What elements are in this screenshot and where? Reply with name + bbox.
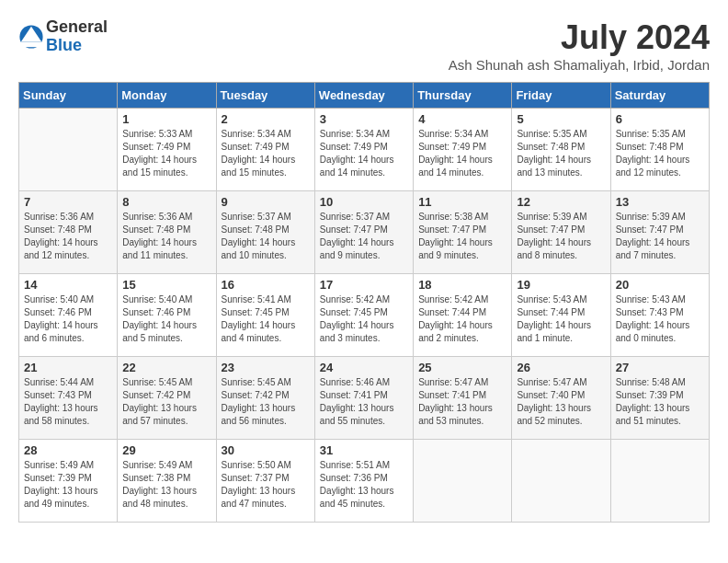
day-number: 14: [24, 278, 112, 292]
calendar-cell: 18Sunrise: 5:42 AMSunset: 7:44 PMDayligh…: [414, 274, 512, 357]
day-info: Sunrise: 5:43 AMSunset: 7:43 PMDaylight:…: [616, 293, 704, 345]
day-info: Sunrise: 5:42 AMSunset: 7:44 PMDaylight:…: [418, 293, 506, 345]
calendar-cell: 19Sunrise: 5:43 AMSunset: 7:44 PMDayligh…: [512, 274, 610, 357]
day-info: Sunrise: 5:41 AMSunset: 7:45 PMDaylight:…: [222, 293, 310, 345]
day-info: Sunrise: 5:48 AMSunset: 7:39 PMDaylight:…: [616, 376, 704, 428]
calendar-cell: 10Sunrise: 5:37 AMSunset: 7:47 PMDayligh…: [314, 191, 413, 274]
day-info: Sunrise: 5:35 AMSunset: 7:48 PMDaylight:…: [517, 128, 605, 179]
day-info: Sunrise: 5:45 AMSunset: 7:42 PMDaylight:…: [222, 376, 310, 428]
calendar-cell: 14Sunrise: 5:40 AMSunset: 7:46 PMDayligh…: [19, 274, 118, 357]
day-info: Sunrise: 5:36 AMSunset: 7:48 PMDaylight:…: [122, 211, 210, 262]
calendar-cell: 22Sunrise: 5:45 AMSunset: 7:42 PMDayligh…: [118, 357, 216, 440]
day-number: 1: [122, 112, 210, 126]
day-number: 21: [24, 361, 112, 374]
calendar-cell: 21Sunrise: 5:44 AMSunset: 7:43 PMDayligh…: [19, 357, 118, 440]
calendar-cell: 27Sunrise: 5:48 AMSunset: 7:39 PMDayligh…: [610, 357, 709, 440]
day-number: 26: [517, 361, 605, 374]
day-info: Sunrise: 5:40 AMSunset: 7:46 PMDaylight:…: [122, 293, 210, 345]
calendar-cell: 3Sunrise: 5:34 AMSunset: 7:49 PMDaylight…: [314, 109, 413, 191]
calendar-cell: 30Sunrise: 5:50 AMSunset: 7:37 PMDayligh…: [216, 440, 314, 523]
calendar-cell: 12Sunrise: 5:39 AMSunset: 7:47 PMDayligh…: [512, 191, 610, 274]
day-number: 5: [517, 112, 605, 126]
day-number: 11: [418, 195, 506, 209]
day-number: 29: [122, 443, 210, 457]
day-info: Sunrise: 5:40 AMSunset: 7:46 PMDaylight:…: [24, 293, 112, 345]
day-info: Sunrise: 5:36 AMSunset: 7:48 PMDaylight:…: [24, 211, 112, 262]
day-info: Sunrise: 5:34 AMSunset: 7:49 PMDaylight:…: [320, 128, 408, 179]
day-info: Sunrise: 5:34 AMSunset: 7:49 PMDaylight:…: [222, 128, 310, 179]
calendar-cell: 1Sunrise: 5:33 AMSunset: 7:49 PMDaylight…: [118, 109, 216, 191]
day-number: 16: [222, 278, 310, 292]
weekday-header: Sunday: [19, 83, 118, 109]
calendar-cell: 29Sunrise: 5:49 AMSunset: 7:38 PMDayligh…: [118, 440, 216, 523]
day-number: 12: [517, 195, 605, 209]
calendar-cell: 15Sunrise: 5:40 AMSunset: 7:46 PMDayligh…: [118, 274, 216, 357]
day-info: Sunrise: 5:51 AMSunset: 7:36 PMDaylight:…: [320, 459, 408, 511]
logo-blue-label: Blue: [46, 37, 108, 55]
weekday-header: Wednesday: [314, 83, 413, 109]
calendar-cell: [19, 109, 118, 191]
day-number: 18: [418, 278, 506, 292]
calendar-cell: [414, 440, 512, 523]
calendar-cell: 9Sunrise: 5:37 AMSunset: 7:48 PMDaylight…: [216, 191, 314, 274]
calendar-cell: 28Sunrise: 5:49 AMSunset: 7:39 PMDayligh…: [19, 440, 118, 523]
day-number: 31: [320, 443, 408, 457]
day-info: Sunrise: 5:42 AMSunset: 7:45 PMDaylight:…: [320, 293, 408, 345]
day-number: 7: [24, 195, 112, 209]
calendar-cell: 20Sunrise: 5:43 AMSunset: 7:43 PMDayligh…: [610, 274, 709, 357]
day-info: Sunrise: 5:39 AMSunset: 7:47 PMDaylight:…: [616, 211, 704, 262]
title-section: July 2024 Ash Shunah ash Shamaliyah, Irb…: [449, 18, 710, 73]
calendar-cell: 7Sunrise: 5:36 AMSunset: 7:48 PMDaylight…: [19, 191, 118, 274]
day-number: 23: [222, 361, 310, 374]
calendar-cell: 2Sunrise: 5:34 AMSunset: 7:49 PMDaylight…: [216, 109, 314, 191]
calendar-week-row: 14Sunrise: 5:40 AMSunset: 7:46 PMDayligh…: [19, 274, 710, 357]
calendar-cell: 25Sunrise: 5:47 AMSunset: 7:41 PMDayligh…: [414, 357, 512, 440]
day-info: Sunrise: 5:37 AMSunset: 7:47 PMDaylight:…: [320, 211, 408, 262]
day-number: 6: [616, 112, 704, 126]
weekday-header: Saturday: [610, 83, 709, 109]
weekday-header-row: SundayMondayTuesdayWednesdayThursdayFrid…: [19, 83, 710, 109]
calendar-cell: 5Sunrise: 5:35 AMSunset: 7:48 PMDaylight…: [512, 109, 610, 191]
calendar-cell: [610, 440, 709, 523]
calendar-cell: [512, 440, 610, 523]
day-info: Sunrise: 5:39 AMSunset: 7:47 PMDaylight:…: [517, 211, 605, 262]
weekday-header: Monday: [118, 83, 216, 109]
logo: General Blue: [18, 18, 108, 55]
day-info: Sunrise: 5:37 AMSunset: 7:48 PMDaylight:…: [222, 211, 310, 262]
calendar-cell: 23Sunrise: 5:45 AMSunset: 7:42 PMDayligh…: [216, 357, 314, 440]
day-number: 30: [222, 443, 310, 457]
weekday-header: Tuesday: [216, 83, 314, 109]
logo-icon: [18, 24, 44, 50]
day-number: 15: [122, 278, 210, 292]
location-title: Ash Shunah ash Shamaliyah, Irbid, Jordan: [449, 57, 710, 73]
calendar-cell: 24Sunrise: 5:46 AMSunset: 7:41 PMDayligh…: [314, 357, 413, 440]
calendar-cell: 6Sunrise: 5:35 AMSunset: 7:48 PMDaylight…: [610, 109, 709, 191]
day-info: Sunrise: 5:33 AMSunset: 7:49 PMDaylight:…: [122, 128, 210, 179]
day-info: Sunrise: 5:46 AMSunset: 7:41 PMDaylight:…: [320, 376, 408, 428]
calendar-table: SundayMondayTuesdayWednesdayThursdayFrid…: [18, 82, 710, 523]
calendar-week-row: 7Sunrise: 5:36 AMSunset: 7:48 PMDaylight…: [19, 191, 710, 274]
calendar-cell: 11Sunrise: 5:38 AMSunset: 7:47 PMDayligh…: [414, 191, 512, 274]
day-number: 20: [616, 278, 704, 292]
day-number: 17: [320, 278, 408, 292]
day-info: Sunrise: 5:49 AMSunset: 7:39 PMDaylight:…: [24, 459, 112, 511]
calendar-cell: 17Sunrise: 5:42 AMSunset: 7:45 PMDayligh…: [314, 274, 413, 357]
day-info: Sunrise: 5:47 AMSunset: 7:41 PMDaylight:…: [418, 376, 506, 428]
day-info: Sunrise: 5:50 AMSunset: 7:37 PMDaylight:…: [222, 459, 310, 511]
calendar-week-row: 1Sunrise: 5:33 AMSunset: 7:49 PMDaylight…: [19, 109, 710, 191]
day-number: 25: [418, 361, 506, 374]
logo-general-label: General: [46, 18, 108, 37]
day-number: 19: [517, 278, 605, 292]
calendar-week-row: 28Sunrise: 5:49 AMSunset: 7:39 PMDayligh…: [19, 440, 710, 523]
calendar-cell: 13Sunrise: 5:39 AMSunset: 7:47 PMDayligh…: [610, 191, 709, 274]
day-number: 22: [122, 361, 210, 374]
calendar-cell: 26Sunrise: 5:47 AMSunset: 7:40 PMDayligh…: [512, 357, 610, 440]
day-number: 8: [122, 195, 210, 209]
calendar-cell: 4Sunrise: 5:34 AMSunset: 7:49 PMDaylight…: [414, 109, 512, 191]
day-info: Sunrise: 5:49 AMSunset: 7:38 PMDaylight:…: [122, 459, 210, 511]
month-title: July 2024: [449, 18, 710, 57]
logo-text: General Blue: [46, 18, 108, 55]
calendar-cell: 16Sunrise: 5:41 AMSunset: 7:45 PMDayligh…: [216, 274, 314, 357]
day-info: Sunrise: 5:45 AMSunset: 7:42 PMDaylight:…: [122, 376, 210, 428]
svg-rect-2: [21, 41, 41, 47]
